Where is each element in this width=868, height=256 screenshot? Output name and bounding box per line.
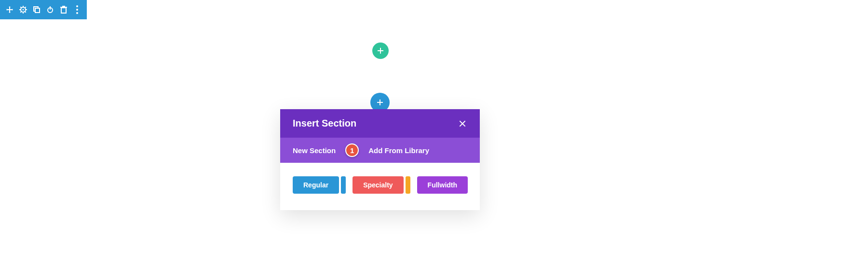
modal-body: Regular Specialty Fullwidth — [280, 163, 480, 210]
fullwidth-group: Fullwidth — [417, 176, 468, 194]
regular-group: Regular — [293, 176, 346, 194]
section-toolbar — [0, 0, 87, 19]
specialty-group: Specialty — [353, 176, 410, 194]
svg-rect-13 — [35, 8, 40, 13]
svg-rect-1 — [7, 9, 12, 10]
trash-icon[interactable] — [57, 0, 70, 19]
power-icon[interactable] — [43, 0, 57, 19]
step-badge: 1 — [345, 143, 359, 157]
regular-stripe — [341, 176, 346, 194]
modal-title: Insert Section — [293, 118, 356, 129]
specialty-stripe — [406, 176, 410, 194]
more-icon[interactable] — [70, 0, 84, 19]
modal-tabs: New Section 1 Add From Library — [280, 138, 480, 163]
gear-icon[interactable] — [16, 0, 30, 19]
move-icon[interactable] — [3, 0, 16, 19]
modal-header: Insert Section — [280, 109, 480, 138]
svg-rect-15 — [50, 6, 51, 10]
svg-rect-16 — [61, 8, 66, 13]
tab-add-from-library[interactable]: Add From Library — [368, 146, 429, 155]
close-icon[interactable] — [458, 119, 467, 128]
add-row-button[interactable] — [372, 43, 389, 59]
insert-section-modal: Insert Section New Section 1 Add From Li… — [280, 109, 480, 210]
svg-line-10 — [20, 12, 21, 13]
duplicate-icon[interactable] — [30, 0, 43, 19]
specialty-button[interactable]: Specialty — [353, 176, 403, 194]
regular-button[interactable]: Regular — [293, 176, 339, 194]
svg-rect-17 — [60, 7, 67, 8]
tab-new-section[interactable]: New Section — [293, 146, 336, 155]
fullwidth-button[interactable]: Fullwidth — [417, 176, 468, 194]
svg-line-9 — [25, 12, 26, 13]
svg-rect-18 — [62, 6, 65, 7]
svg-line-11 — [25, 7, 26, 8]
svg-point-3 — [23, 9, 24, 11]
svg-line-8 — [20, 7, 21, 8]
